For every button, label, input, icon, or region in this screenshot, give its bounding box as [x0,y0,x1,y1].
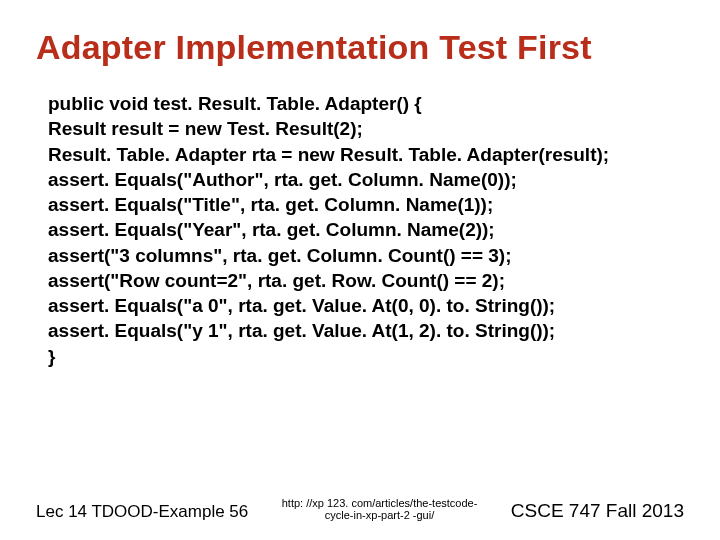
code-line: assert. Equals("Author", rta. get. Colum… [48,167,684,192]
footer-link-line: http: //xp 123. com/articles/the-testcod… [260,497,499,510]
footer: Lec 14 TDOOD-Example 56 http: //xp 123. … [0,497,720,522]
footer-link: http: //xp 123. com/articles/the-testcod… [260,497,499,522]
slide-title: Adapter Implementation Test First [36,28,684,67]
footer-link-line: cycle-in-xp-part-2 -gui/ [260,509,499,522]
code-line: assert. Equals("Year", rta. get. Column.… [48,217,684,242]
code-line: } [48,344,684,369]
code-line: assert. Equals("y 1", rta. get. Value. A… [48,318,684,343]
footer-left: Lec 14 TDOOD-Example 56 [36,502,248,522]
footer-right: CSCE 747 Fall 2013 [511,500,684,522]
code-block: public void test. Result. Table. Adapter… [36,91,684,369]
code-line: assert. Equals("Title", rta. get. Column… [48,192,684,217]
slide: Adapter Implementation Test First public… [0,0,720,540]
code-line: Result result = new Test. Result(2); [48,116,684,141]
code-line: assert. Equals("a 0", rta. get. Value. A… [48,293,684,318]
code-line: assert("Row count=2", rta. get. Row. Cou… [48,268,684,293]
code-line: public void test. Result. Table. Adapter… [48,91,684,116]
code-line: assert("3 columns", rta. get. Column. Co… [48,243,684,268]
code-line: Result. Table. Adapter rta = new Result.… [48,142,684,167]
